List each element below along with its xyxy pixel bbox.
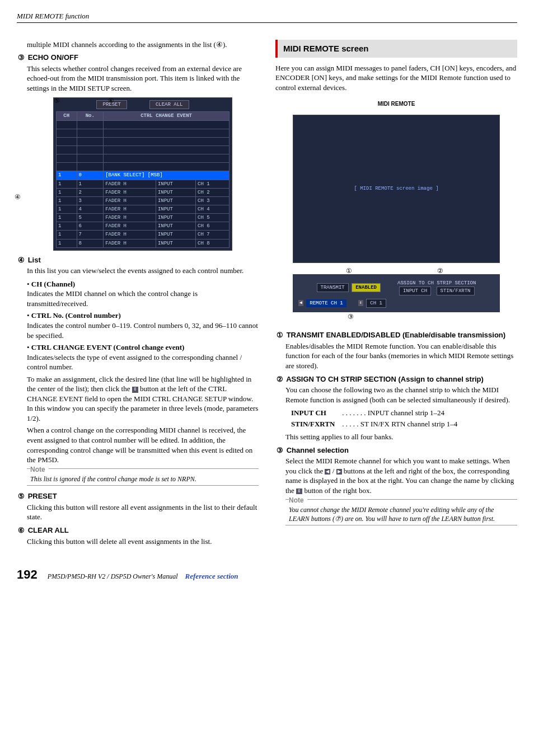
midi-remote-screenshot: [ MIDI REMOTE screen image ] xyxy=(293,115,500,263)
col-event: CTRL CHANGE EVENT xyxy=(104,112,229,120)
spinner-icon: ⇕ xyxy=(296,489,302,495)
list-body: In this list you can view/select the eve… xyxy=(27,266,259,276)
table-row[interactable]: 13FADER HINPUTCH 3 xyxy=(57,196,229,205)
screenshot-label: MIDI REMOTE xyxy=(275,100,517,108)
item3-num: ③ xyxy=(275,445,284,456)
ccevt-body2: To make an assignment, click the desired… xyxy=(27,374,259,424)
footer-manual: PM5D/PM5D-RH V2 / DSP5D Owner's Manual xyxy=(48,572,178,580)
list-heading: ④ List xyxy=(17,255,259,265)
table-row[interactable] xyxy=(57,129,229,137)
callout-3: ③ xyxy=(348,312,354,321)
screen-intro: Here you can assign MIDI messages to pan… xyxy=(275,63,517,93)
list-title: List xyxy=(28,256,41,264)
ch-name-box[interactable]: CH 1 xyxy=(366,299,386,308)
note-nrpn: Note This list is ignored if the control… xyxy=(27,468,259,486)
remote-ch-box[interactable]: REMOTE CH 1 xyxy=(306,299,346,307)
ctrl-change-table: CH No. CTRL CHANGE EVENT 1 0 [BANK xyxy=(56,111,229,247)
table-row[interactable]: 12FADER HINPUTCH 2 xyxy=(57,188,229,196)
ch-prev-icon[interactable]: ◀ xyxy=(298,300,303,306)
ccevt-body1: Indicates/selects the type of event assi… xyxy=(27,353,242,372)
transmit-label: TRANSMIT xyxy=(317,283,349,292)
ccevt-head: CTRL CHANGE EVENT (Control change event) xyxy=(31,343,185,351)
table-row[interactable] xyxy=(57,154,229,163)
table-row[interactable]: 16FADER HINPUTCH 6 xyxy=(57,222,229,231)
preset-num: ⑤ xyxy=(17,491,26,501)
ctrlno-body: Indicates the control number 0–119. Cont… xyxy=(27,321,258,340)
callout-5: ⑤ xyxy=(54,96,60,105)
item3-body: Select the MIDI Remote channel for which… xyxy=(285,456,517,495)
enabled-button[interactable]: ENABLED xyxy=(352,283,381,292)
def-input-ch: INPUT CH . . . . . . . INPUT channel str… xyxy=(291,408,517,418)
echo-heading: ③ ECHO ON/OFF xyxy=(17,53,259,63)
item2-tail: This setting applies to all four banks. xyxy=(285,432,517,442)
preset-heading: ⑤ PRESET xyxy=(17,491,259,501)
clearall-num: ⑥ xyxy=(17,525,26,536)
note-label-2: Note xyxy=(289,496,307,504)
remote-panel-figure: TRANSMIT ENABLED ASSIGN TO CH STRIP SECT… xyxy=(293,274,500,312)
bullet-ctrlno: • CTRL No. (Control number) Indicates th… xyxy=(27,311,259,340)
table-header-row: CH No. CTRL CHANGE EVENT xyxy=(57,112,229,120)
table-row[interactable]: 15FADER HINPUTCH 5 xyxy=(57,214,229,222)
table-row[interactable]: 14FADER HINPUTCH 4 xyxy=(57,205,229,213)
preset-title: PRESET xyxy=(28,492,57,500)
input-ch-button[interactable]: INPUT CH xyxy=(399,287,431,295)
clearall-body: Clicking this button will delete all eve… xyxy=(27,537,259,547)
right-column: MIDI REMOTE screen Here you can assign M… xyxy=(275,40,517,550)
note-learn: Note You cannot change the MIDI Remote c… xyxy=(285,499,517,526)
spinner-icon: ⇕ xyxy=(132,387,138,393)
ctrlno-head: CTRL No. (Control number) xyxy=(31,311,121,320)
item3-title: Channel selection xyxy=(287,446,349,454)
callout-4: ④ xyxy=(15,192,21,201)
header-title: MIDI REMOTE function xyxy=(17,12,89,20)
callout-2: ② xyxy=(437,266,443,275)
ch-head: CH (Channel) xyxy=(31,280,75,288)
item2-num: ② xyxy=(275,374,284,384)
stin-fxrtn-button[interactable]: STIN/FXRTN xyxy=(437,287,475,295)
table-row[interactable]: 18FADER HINPUTCH 8 xyxy=(57,239,229,247)
item1-title: TRANSMIT ENABLED/DISABLED (Enable/disabl… xyxy=(287,331,506,339)
item2-heading: ② ASSIGN TO CH STRIP SECTION (Assign to … xyxy=(275,374,517,384)
note-label: Note xyxy=(30,466,49,473)
def-stin-fxrtn: STIN/FXRTN . . . . . ST IN/FX RTN channe… xyxy=(291,419,517,429)
page-footer: 192 PM5D/PM5D-RH V2 / DSP5D Owner's Manu… xyxy=(17,566,517,583)
item2-body: You can choose the following two as the … xyxy=(285,385,517,405)
bullet-ccevt: • CTRL CHANGE EVENT (Control change even… xyxy=(27,342,259,465)
item1-heading: ① TRANSMIT ENABLED/DISABLED (Enable/disa… xyxy=(275,330,517,340)
note-text-2: You cannot change the MIDI Remote channe… xyxy=(289,505,514,523)
page-number: 192 xyxy=(17,566,38,583)
callout-1: ① xyxy=(346,266,352,275)
callout-6: ⑥ xyxy=(108,96,114,105)
screen-title: MIDI REMOTE screen xyxy=(275,40,517,58)
clearall-heading: ⑥ CLEAR ALL xyxy=(17,525,259,536)
clearall-title: CLEAR ALL xyxy=(28,526,69,534)
ch-spinner-icon[interactable]: ⇕ xyxy=(358,300,363,306)
table-row[interactable]: 11FADER HINPUTCH 1 xyxy=(57,180,229,188)
table-row[interactable] xyxy=(57,145,229,154)
echo-title: ECHO ON/OFF xyxy=(28,53,78,62)
ch-body: Indicates the MIDI channel on which the … xyxy=(27,289,198,308)
item1-num: ① xyxy=(275,330,284,340)
item1-body: Enables/disables the MIDI Remote functio… xyxy=(285,341,517,371)
echo-body: This selects whether control changes rec… xyxy=(27,64,259,93)
table-row[interactable]: 17FADER HINPUTCH 7 xyxy=(57,231,229,239)
item2-title: ASSIGN TO CH STRIP SECTION (Assign to ch… xyxy=(286,375,484,383)
note-text: This list is ignored if the control chan… xyxy=(30,475,255,483)
footer-section: Reference section xyxy=(185,572,238,580)
table-row-selected[interactable]: 1 0 [BANK SELECT] [MSB] xyxy=(57,171,229,180)
intro-fragment: multiple MIDI channels according to the … xyxy=(27,40,259,50)
table-row[interactable] xyxy=(57,137,229,145)
clear-all-button[interactable]: CLEAR ALL xyxy=(149,100,189,109)
bullet-ch: • CH (Channel) Indicates the MIDI channe… xyxy=(27,279,259,309)
col-no: No. xyxy=(77,112,104,120)
ccevt-body3: When a control change on the correspondi… xyxy=(27,425,259,464)
col-ch: CH xyxy=(57,112,77,120)
table-row[interactable] xyxy=(57,163,229,171)
list-num: ④ xyxy=(17,255,26,265)
left-arrow-icon: ◀ xyxy=(325,469,330,475)
preset-body: Clicking this button will restore all ev… xyxy=(27,503,259,522)
right-arrow-icon: ▶ xyxy=(336,469,342,475)
table-row[interactable] xyxy=(57,120,229,129)
item3-heading: ③ Channel selection xyxy=(275,445,517,456)
assign-label: ASSIGN TO CH STRIP SECTION xyxy=(397,280,476,287)
ctrl-table-figure: ⑤ ⑥ ④ PRESET CLEAR ALL CH No. CTRL CHANG… xyxy=(27,97,259,250)
